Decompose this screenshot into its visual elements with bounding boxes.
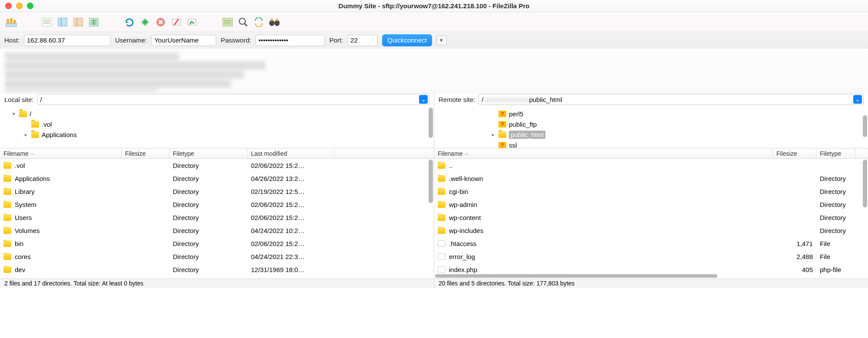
folder-icon bbox=[3, 266, 11, 273]
remote-tree[interactable]: ?perl5?public_ftp▸public_html?ssl bbox=[434, 107, 868, 148]
list-item[interactable]: wp-contentDirectory bbox=[434, 211, 868, 224]
quickconnect-history-dropdown[interactable]: ▾ bbox=[436, 35, 447, 46]
column-header-name[interactable]: Filename ︿ bbox=[434, 148, 773, 158]
list-item[interactable]: .. bbox=[434, 159, 868, 172]
local-site-label: Local site: bbox=[4, 96, 34, 103]
filter-icon[interactable] bbox=[221, 15, 234, 29]
list-item[interactable]: LibraryDirectory02/19/2022 12:5… bbox=[0, 185, 434, 198]
toggle-remote-tree-icon[interactable] bbox=[71, 15, 85, 29]
svg-rect-2 bbox=[10, 18, 13, 23]
list-item[interactable]: VolumesDirectory04/24/2022 10:2… bbox=[0, 224, 434, 237]
tree-item[interactable]: ?ssl bbox=[482, 140, 865, 148]
binoculars-icon[interactable] bbox=[267, 15, 281, 29]
list-item[interactable]: wp-includesDirectory bbox=[434, 224, 868, 237]
minimize-window-button[interactable] bbox=[16, 3, 23, 9]
list-item[interactable]: cgi-binDirectory bbox=[434, 185, 868, 198]
list-item[interactable]: UsersDirectory02/06/2022 15:2… bbox=[0, 211, 434, 224]
list-item[interactable]: binDirectory02/06/2022 15:2… bbox=[0, 237, 434, 250]
folder-icon bbox=[498, 131, 506, 138]
password-input[interactable] bbox=[255, 35, 325, 46]
local-file-list[interactable]: Filename ︿FilesizeFiletypeLast modified … bbox=[0, 148, 434, 279]
list-item[interactable]: devDirectory12/31/1969 18:0… bbox=[0, 263, 434, 276]
remote-site-path-input[interactable]: /xxxxxxxxxxxxxxpublic_html ⌄ bbox=[479, 94, 864, 105]
cancel-icon[interactable] bbox=[154, 15, 168, 29]
search-icon[interactable] bbox=[236, 15, 250, 29]
folder-icon bbox=[438, 201, 446, 208]
column-header-size[interactable]: Filesize bbox=[773, 148, 816, 158]
refresh-icon[interactable] bbox=[122, 15, 136, 29]
list-item[interactable]: error_log2,488File bbox=[434, 250, 868, 263]
folder-icon bbox=[438, 175, 446, 182]
folder-icon bbox=[31, 121, 39, 128]
column-header-type[interactable]: Filetype bbox=[816, 148, 855, 158]
quickconnect-bar: Host: Username: Password: Port: Quickcon… bbox=[0, 32, 868, 49]
list-item[interactable]: SystemDirectory02/06/2022 15:2… bbox=[0, 198, 434, 211]
folder-icon bbox=[3, 201, 11, 208]
column-header-size[interactable]: Filesize bbox=[122, 148, 169, 158]
folder-icon bbox=[3, 162, 11, 169]
tree-item[interactable]: ▸Applications bbox=[3, 129, 431, 140]
toggle-queue-icon[interactable] bbox=[87, 15, 101, 29]
quickconnect-button[interactable]: Quickconnect bbox=[382, 34, 432, 46]
list-item[interactable]: wp-adminDirectory bbox=[434, 198, 868, 211]
chevron-down-icon[interactable]: ⌄ bbox=[419, 95, 428, 104]
site-manager-icon[interactable] bbox=[4, 15, 18, 29]
column-header-mod[interactable]: Last modified bbox=[248, 148, 334, 158]
tree-item[interactable]: ▸public_html bbox=[482, 129, 865, 140]
local-site-path-input[interactable]: / ⌄ bbox=[37, 94, 429, 105]
folder-icon bbox=[3, 253, 11, 260]
list-item[interactable]: ApplicationsDirectory04/26/2022 13:2… bbox=[0, 172, 434, 185]
svg-rect-0 bbox=[6, 23, 17, 27]
host-label: Host: bbox=[4, 36, 20, 44]
host-input[interactable] bbox=[24, 35, 111, 46]
tree-item[interactable]: ?public_ftp bbox=[482, 119, 865, 129]
list-item[interactable]: etcDirectory03/31/2022 10:3… bbox=[0, 276, 434, 279]
close-window-button[interactable] bbox=[5, 3, 12, 9]
list-item[interactable]: .well-knownDirectory bbox=[434, 172, 868, 185]
svg-rect-4 bbox=[42, 18, 52, 26]
column-header-name[interactable]: Filename ︿ bbox=[0, 148, 122, 158]
maximize-window-button[interactable] bbox=[27, 3, 33, 9]
disconnect-icon[interactable] bbox=[169, 15, 183, 29]
svg-rect-25 bbox=[276, 19, 278, 21]
folder-icon bbox=[31, 131, 39, 138]
column-header-type[interactable]: Filetype bbox=[169, 148, 248, 158]
local-pane: ▾/.vol▸Applications Filename ︿FilesizeFi… bbox=[0, 107, 434, 279]
process-queue-icon[interactable] bbox=[138, 15, 152, 29]
tree-item[interactable]: .vol bbox=[3, 119, 431, 129]
unknown-folder-icon: ? bbox=[498, 121, 506, 128]
folder-icon bbox=[438, 214, 446, 221]
file-icon bbox=[438, 266, 446, 273]
password-label: Password: bbox=[221, 36, 251, 44]
svg-rect-3 bbox=[13, 20, 16, 23]
svg-rect-1 bbox=[7, 19, 9, 23]
local-tree[interactable]: ▾/.vol▸Applications bbox=[0, 107, 434, 148]
tree-item[interactable]: ?perl5 bbox=[482, 108, 865, 119]
chevron-down-icon[interactable]: ⌄ bbox=[853, 95, 862, 104]
unknown-folder-icon: ? bbox=[498, 111, 506, 117]
folder-icon bbox=[3, 227, 11, 234]
folder-icon bbox=[438, 188, 446, 195]
folder-icon bbox=[3, 175, 11, 182]
username-label: Username: bbox=[115, 36, 147, 44]
log-pane[interactable] bbox=[0, 49, 868, 92]
list-item[interactable]: .htaccess1,471File bbox=[434, 237, 868, 250]
folder-icon bbox=[438, 162, 446, 169]
remote-site-label: Remote site: bbox=[439, 96, 475, 103]
sync-browsing-icon[interactable] bbox=[252, 15, 266, 29]
folder-icon bbox=[3, 240, 11, 247]
port-input[interactable] bbox=[347, 35, 378, 46]
list-item[interactable]: coresDirectory04/24/2021 22:3… bbox=[0, 250, 434, 263]
folder-icon bbox=[19, 111, 27, 117]
reconnect-icon[interactable] bbox=[185, 15, 199, 29]
tree-item[interactable]: ▾/ bbox=[3, 108, 431, 119]
file-icon bbox=[438, 253, 446, 260]
toggle-log-icon[interactable] bbox=[40, 15, 54, 29]
list-item[interactable]: .volDirectory02/06/2022 15:2… bbox=[0, 159, 434, 172]
remote-pane: ?perl5?public_ftp▸public_html?ssl Filena… bbox=[434, 107, 868, 279]
titlebar: Dummy Site - sftp://yourwow7@162.241.218… bbox=[0, 0, 868, 12]
svg-rect-8 bbox=[58, 18, 67, 26]
remote-file-list[interactable]: Filename ︿FilesizeFiletype ...well-known… bbox=[434, 148, 868, 279]
toggle-local-tree-icon[interactable] bbox=[56, 15, 69, 29]
username-input[interactable] bbox=[151, 35, 216, 46]
